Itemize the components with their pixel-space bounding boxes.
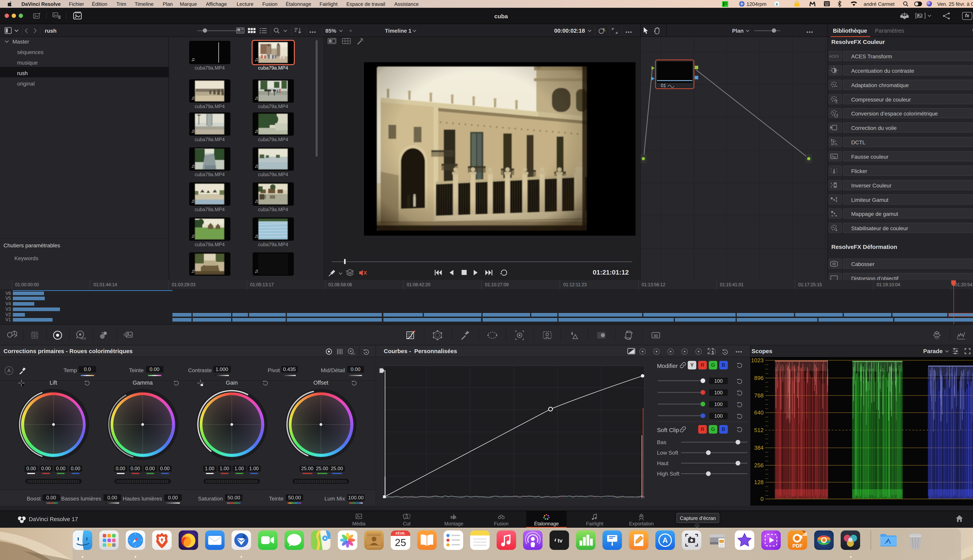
svg-text:3D: 3D	[654, 334, 658, 338]
svg-text:25: 25	[395, 537, 406, 548]
svg-text:256: 256	[754, 462, 764, 468]
svg-text:512: 512	[754, 427, 764, 433]
svg-text:128: 128	[754, 479, 764, 485]
svg-text:ACES: ACES	[829, 55, 839, 58]
svg-text:e: e	[776, 2, 778, 7]
svg-text:768: 768	[754, 392, 764, 398]
svg-text:384: 384	[754, 445, 764, 451]
svg-text:01: 01	[661, 83, 666, 88]
svg-text:1023: 1023	[751, 357, 764, 363]
svg-text:FÉVR.: FÉVR.	[395, 532, 405, 535]
svg-text:A: A	[662, 536, 668, 545]
svg-text:tv: tv	[558, 538, 562, 544]
svg-text:0: 0	[761, 496, 764, 502]
svg-text:896: 896	[754, 375, 764, 381]
svg-text:DCTL: DCTL	[831, 143, 838, 146]
svg-text:LOG: LOG	[351, 352, 355, 355]
svg-text:PDF: PDF	[792, 543, 803, 549]
svg-text:HDR: HDR	[80, 337, 86, 340]
svg-text:640: 640	[754, 410, 764, 416]
